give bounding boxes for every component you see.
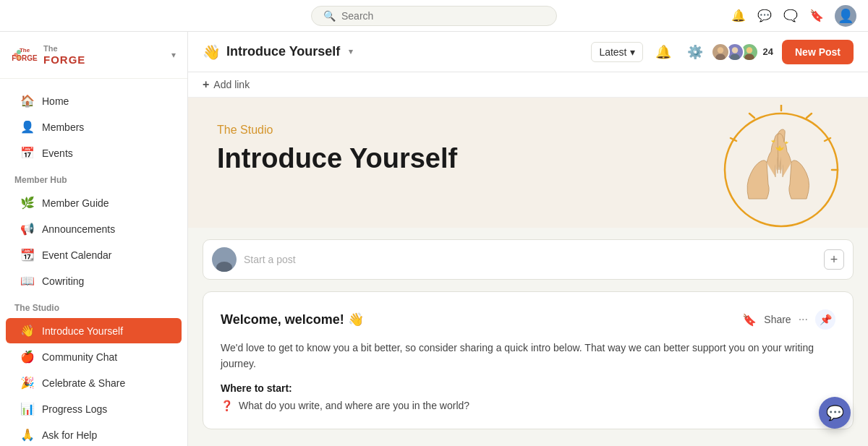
svg-point-4 bbox=[17, 50, 21, 54]
add-link-bar[interactable]: + Add link bbox=[188, 72, 868, 98]
sidebar-item-label: Events bbox=[42, 147, 73, 159]
sidebar-dropdown-icon[interactable]: ▾ bbox=[171, 50, 176, 60]
sidebar-item-cowriting[interactable]: 📖 Cowriting bbox=[6, 268, 182, 293]
notification-bell-icon[interactable]: 🔔 bbox=[731, 8, 746, 24]
sidebar: The FORGE The FORGE ▾ 🏠 Home 👤 Members bbox=[0, 32, 188, 446]
sidebar-item-events[interactable]: 📅 Events bbox=[6, 140, 182, 166]
sidebar-item-label: Celebrate & Share bbox=[42, 377, 125, 389]
sidebar-item-celebrate-share[interactable]: 🎉 Celebrate & Share bbox=[6, 370, 182, 395]
channel-title: 👋 Introduce Yourself ▾ bbox=[203, 43, 353, 61]
content-header: 👋 Introduce Yourself ▾ Latest ▾ 🔔 ⚙️ bbox=[188, 32, 868, 72]
svg-point-11 bbox=[744, 53, 754, 61]
celebrate-icon: 🎉 bbox=[20, 376, 35, 390]
search-bar[interactable]: 🔍 bbox=[311, 6, 557, 26]
main-layout: The FORGE The FORGE ▾ 🏠 Home 👤 Members bbox=[0, 32, 868, 446]
user-avatar-top[interactable]: 👤 bbox=[835, 5, 856, 27]
sidebar-nav: 🏠 Home 👤 Members 📅 Events Member Hub 🌿 M… bbox=[0, 79, 187, 446]
sidebar-item-label: Members bbox=[42, 121, 84, 133]
sidebar-item-ask-for-help[interactable]: 🙏 Ask for Help bbox=[6, 422, 182, 446]
calendar-icon: 📆 bbox=[20, 248, 35, 262]
welcome-question: ❓ What do you write, and where are you i… bbox=[221, 400, 835, 411]
sidebar-logo[interactable]: The FORGE The FORGE ▾ bbox=[0, 32, 187, 79]
progress-icon: 📊 bbox=[20, 402, 35, 416]
sidebar-item-community-chat[interactable]: 🍎 Community Chat bbox=[6, 344, 182, 369]
sidebar-item-member-guide[interactable]: 🌿 Member Guide bbox=[6, 190, 182, 215]
chat-fab-button[interactable]: 💬 bbox=[819, 397, 851, 429]
sidebar-item-label: Introduce Yourself bbox=[42, 325, 123, 337]
sidebar-item-label: Event Calendar bbox=[42, 249, 112, 261]
introduce-icon: 👋 bbox=[20, 324, 35, 338]
chat-bubble-icon[interactable]: 💬 bbox=[757, 8, 773, 24]
search-icon: 🔍 bbox=[323, 10, 336, 22]
sidebar-item-announcements[interactable]: 📢 Announcements bbox=[6, 216, 182, 241]
question-icon: ❓ bbox=[221, 400, 233, 411]
post-user-avatar bbox=[212, 247, 237, 272]
hero-illustration bbox=[694, 105, 839, 228]
channel-settings-icon[interactable]: ⚙️ bbox=[684, 40, 707, 64]
sidebar-item-members[interactable]: 👤 Members bbox=[6, 114, 182, 140]
search-input[interactable] bbox=[341, 10, 545, 22]
sidebar-item-label: Cowriting bbox=[42, 275, 84, 287]
welcome-subhead: Where to start: bbox=[221, 382, 835, 394]
svg-point-6 bbox=[717, 47, 723, 53]
welcome-title: Welcome, welcome! 👋 bbox=[221, 312, 364, 327]
help-icon: 🙏 bbox=[20, 428, 35, 442]
top-bar-icons: 🔔 💬 🗨️ 🔖 👤 bbox=[731, 5, 856, 27]
logo-label: The FORGE bbox=[43, 44, 85, 65]
member-count: 24 bbox=[763, 46, 773, 57]
events-icon: 📅 bbox=[20, 146, 35, 160]
post-placeholder[interactable]: Start a post bbox=[244, 254, 817, 265]
community-chat-icon: 🍎 bbox=[20, 350, 35, 364]
member-avatar-1 bbox=[711, 43, 730, 61]
welcome-card-header: Welcome, welcome! 👋 🔖 Share ··· 📌 bbox=[221, 309, 835, 330]
add-link-label: Add link bbox=[213, 79, 250, 90]
svg-point-5 bbox=[17, 56, 21, 60]
member-hub-label: Member Hub bbox=[0, 166, 187, 189]
hero-banner: The Studio Introduce Yourself bbox=[188, 98, 868, 228]
bookmark-icon[interactable]: 🔖 bbox=[809, 8, 825, 24]
sidebar-item-label: Community Chat bbox=[42, 351, 117, 363]
svg-point-9 bbox=[730, 53, 740, 61]
home-icon: 🏠 bbox=[20, 94, 35, 108]
member-avatars[interactable]: 24 bbox=[715, 43, 773, 61]
sidebar-item-progress-logs[interactable]: 📊 Progress Logs bbox=[6, 396, 182, 421]
more-options-button[interactable]: ··· bbox=[799, 313, 808, 326]
sidebar-item-label: Home bbox=[42, 95, 69, 107]
content-area: 👋 Introduce Yourself ▾ Latest ▾ 🔔 ⚙️ bbox=[188, 32, 868, 446]
share-button[interactable]: Share bbox=[764, 314, 791, 325]
sidebar-item-label: Member Guide bbox=[42, 197, 109, 209]
chat-fab-icon: 💬 bbox=[826, 404, 844, 421]
speech-icon[interactable]: 🗨️ bbox=[783, 8, 799, 24]
forge-logo-icon: The FORGE bbox=[12, 42, 38, 68]
sidebar-item-introduce-yourself[interactable]: 👋 Introduce Yourself bbox=[6, 318, 182, 343]
svg-point-8 bbox=[731, 47, 737, 53]
post-add-button[interactable]: + bbox=[824, 249, 844, 270]
welcome-actions: 🔖 Share ··· 📌 bbox=[742, 309, 835, 330]
plus-icon: + bbox=[203, 78, 209, 91]
post-input-box[interactable]: Start a post + bbox=[203, 239, 854, 280]
top-bar: 🔍 🔔 💬 🗨️ 🔖 👤 bbox=[0, 0, 868, 32]
sidebar-item-event-calendar[interactable]: 📆 Event Calendar bbox=[6, 242, 182, 267]
svg-text:The: The bbox=[20, 47, 30, 53]
bookmark-post-icon: 🔖 bbox=[742, 313, 757, 327]
announcements-icon: 📢 bbox=[20, 222, 35, 236]
question-text: What do you write, and where are you in … bbox=[239, 400, 469, 411]
sidebar-item-home[interactable]: 🏠 Home bbox=[6, 88, 182, 113]
welcome-card: Welcome, welcome! 👋 🔖 Share ··· 📌 We'd l… bbox=[203, 291, 854, 429]
sidebar-item-label: Announcements bbox=[42, 223, 115, 235]
member-guide-icon: 🌿 bbox=[20, 196, 35, 210]
svg-point-20 bbox=[216, 262, 232, 272]
channel-bell-icon[interactable]: 🔔 bbox=[652, 40, 675, 64]
members-icon: 👤 bbox=[20, 120, 35, 134]
welcome-body-text: We'd love to get to know you a bit bette… bbox=[221, 340, 835, 372]
channel-name: Introduce Yourself bbox=[226, 44, 340, 59]
pin-button[interactable]: 📌 bbox=[815, 309, 835, 330]
sidebar-item-label: Ask for Help bbox=[42, 429, 97, 441]
cowriting-icon: 📖 bbox=[20, 274, 35, 288]
channel-emoji: 👋 bbox=[203, 43, 221, 61]
channel-dropdown-icon[interactable]: ▾ bbox=[349, 47, 353, 56]
sort-latest-button[interactable]: Latest ▾ bbox=[591, 42, 642, 62]
new-post-button[interactable]: New Post bbox=[782, 40, 854, 64]
svg-line-17 bbox=[749, 113, 754, 118]
chevron-down-icon: ▾ bbox=[630, 46, 635, 58]
